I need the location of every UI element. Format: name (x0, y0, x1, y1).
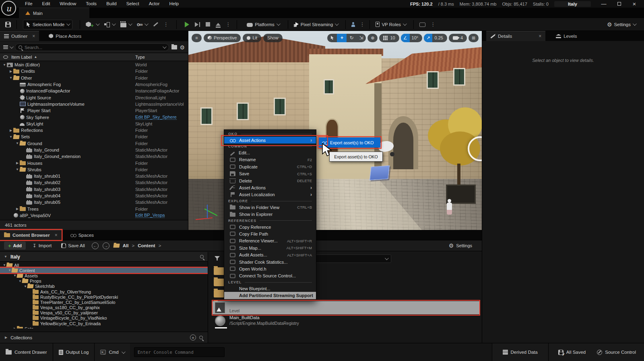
menu-item-copy-file-path[interactable]: Copy File Path (224, 230, 316, 237)
blueprints-dropdown[interactable] (101, 20, 118, 29)
outliner-row[interactable]: ▶HousesFolder (0, 160, 188, 166)
add-button[interactable]: +Add (4, 242, 26, 250)
import-button[interactable]: ↧Import (30, 241, 54, 250)
outliner-row[interactable]: ▶TreesFolder (0, 206, 188, 212)
folder-tree-row[interactable]: ▼Props (0, 279, 208, 284)
outliner-row[interactable]: ▼GroundFolder (0, 140, 188, 147)
outliner-row[interactable]: Atmospheric FogAtmosphericFog (0, 81, 188, 88)
folder-tree-row[interactable]: ▼Assets (0, 273, 208, 278)
minimize-button[interactable]: — (601, 2, 606, 6)
outliner-row[interactable]: ▼SetsFolder (0, 133, 188, 140)
asset-folder-icon[interactable] (214, 279, 224, 286)
rotate-tool[interactable]: ↻ (347, 34, 356, 42)
eye-icon[interactable] (3, 55, 8, 59)
outliner-row[interactable]: ▶ReflectionsFolder (0, 127, 188, 133)
outliner-row[interactable]: ▼OtherFolder (0, 75, 188, 81)
outliner-row[interactable]: Italy_shrub04StaticMeshActor (0, 193, 188, 199)
console-command-input[interactable]: Enter Console Command (134, 347, 225, 357)
tab-outliner[interactable]: Outliner × (0, 31, 39, 41)
search-icon[interactable] (200, 255, 204, 258)
scale-tool[interactable]: ⇲ (356, 34, 366, 42)
menu-item-duplicate[interactable]: DuplicateCTRL+D (224, 163, 316, 170)
scale-snap-toggle[interactable]: ↗0.25 (424, 34, 447, 42)
filter-icon[interactable] (3, 45, 8, 49)
search-collections-icon[interactable] (199, 336, 203, 339)
folder-tree-row[interactable]: ▼All (0, 263, 208, 268)
play-options-menu[interactable]: ⋮ (223, 21, 233, 27)
menu-item-asset-actions[interactable]: Asset Actions› (224, 184, 316, 191)
collapse-icon[interactable]: ▼ (2, 63, 6, 67)
select-tool[interactable] (327, 34, 337, 42)
outliner-row[interactable]: Light SourceDirectionalLight (0, 94, 188, 101)
outliner-row[interactable]: Italy_shrub02StaticMeshActor (0, 179, 188, 186)
menu-item-size-map[interactable]: Size Map...ALT+SHIFT+M (224, 244, 316, 251)
filter-funnel-icon[interactable] (215, 256, 220, 260)
back-button[interactable]: ← (92, 242, 99, 249)
menu-help[interactable]: Help (165, 0, 184, 8)
outliner-row[interactable]: Sky SphereEdit BP_Sky_Sphere (0, 114, 188, 120)
output-log-button[interactable]: Output Log (53, 343, 95, 361)
toolbar-overflow-menu[interactable]: ⋮ (161, 21, 171, 27)
folder-tree-row[interactable]: VintageBicycle_CC_by_VladNeko (0, 316, 208, 321)
content-browser-settings-button[interactable]: ⚙ Settings (449, 243, 478, 248)
outliner-row[interactable]: ▶CreditsFolder (0, 68, 188, 74)
outliner-row[interactable]: ▼Main (Editor)World (0, 62, 188, 68)
stop-button[interactable] (203, 20, 213, 29)
settings-dropdown[interactable]: ⚙ Settings (604, 20, 638, 29)
outliner-row[interactable]: LightmassImportanceVolumeLightmassImport… (0, 101, 188, 107)
col-type[interactable]: Type (135, 55, 145, 59)
tab-main-level[interactable]: Main (19, 8, 89, 18)
menu-item-shader-cook-statistics[interactable]: Shader Cook Statistics... (224, 258, 316, 265)
create-folder-icon[interactable] (171, 45, 177, 49)
menu-item-edit[interactable]: Edit... (224, 149, 316, 156)
tab-place-actors[interactable]: Place Actors (45, 31, 85, 41)
search-options-chevron[interactable] (163, 45, 167, 49)
maximize-viewport-button[interactable]: ⊞ (469, 34, 479, 42)
derived-data-button[interactable]: Derived Data (492, 343, 549, 361)
menu-item-asset-localization[interactable]: Asset Localization› (224, 191, 316, 198)
col-item-label[interactable]: Item Label (11, 55, 32, 59)
folder-tree-row[interactable]: RustyBicycle_CC_by_PiotrPjotDyderski (0, 294, 208, 299)
source-control-button[interactable]: Source Control (591, 343, 644, 361)
eject-button[interactable] (213, 20, 223, 29)
tab-levels[interactable]: Levels (552, 31, 581, 41)
outliner-row[interactable]: Italy_GroundStaticMeshActor (0, 147, 188, 153)
viewport-options-menu[interactable]: ≡ (192, 34, 202, 42)
outliner-row[interactable]: Italy_shrub03StaticMeshActor (0, 186, 188, 193)
menu-item-reference-viewer[interactable]: Reference Viewer...ALT+SHIFT+R (224, 238, 316, 244)
scene-selected-actor[interactable] (369, 165, 390, 180)
outliner-settings-icon[interactable]: ⚙ (180, 45, 185, 50)
asset-view-dropdown[interactable] (306, 254, 391, 263)
outliner-row[interactable]: Italy_shrub05StaticMeshActor (0, 199, 188, 205)
filter-chevron-icon[interactable] (10, 45, 14, 49)
expand-icon[interactable]: ▶ (15, 161, 19, 165)
folder-tree-row[interactable]: ▶Sets (0, 326, 208, 328)
folder-tree-row[interactable]: Vespa_ss180_CC_by_graphix (0, 305, 208, 310)
oko-dropdown[interactable]: o∞ (134, 20, 150, 29)
all-saved-indicator[interactable]: ✓All Saved (549, 343, 592, 361)
menu-item-asset-actions[interactable]: Asset Actions› (224, 137, 316, 144)
outliner-row[interactable]: Player StartPlayerStart (0, 107, 188, 114)
camera-speed-control[interactable]: 4 (449, 34, 467, 42)
grid-snap-toggle[interactable]: 10 (379, 34, 399, 42)
menu-item-copy-reference[interactable]: Copy Reference (224, 224, 316, 230)
menu-item-add-partitioned-streaming-support[interactable]: Add Partitioned Streaming Support (224, 292, 316, 299)
menu-item-delete[interactable]: DeleteDELETE (224, 177, 316, 184)
actor-type-link[interactable]: Edit BP_Vespa (135, 213, 165, 218)
menu-item-save[interactable]: SaveCTRL+S (224, 170, 316, 177)
expand-icon[interactable]: ▶ (15, 207, 19, 211)
forward-button[interactable]: → (103, 242, 109, 249)
collapse-icon[interactable]: ▼ (15, 168, 19, 171)
menu-item-new-blueprint[interactable]: New Blueprint... (224, 285, 316, 292)
menu-item-show-in-folder-view[interactable]: Show in Folder ViewCTRL+B (224, 204, 316, 211)
view-mode-dropdown[interactable]: Lit (243, 34, 261, 42)
pixel-streaming-dropdown[interactable]: Pixel Streaming (291, 20, 341, 29)
collapse-icon[interactable]: ▼ (9, 135, 13, 139)
breadcrumb-content[interactable]: Content (138, 243, 155, 248)
cmd-dropdown[interactable]: >_Cmd (95, 343, 130, 361)
folder-tree-row[interactable]: Vespa_v50_CC_by_yailjinser (0, 310, 208, 316)
folder-tree-row[interactable]: Axis_CC_by_OliverYeung (0, 289, 208, 294)
outliner-search-input[interactable]: Search... (15, 43, 169, 51)
move-tool[interactable]: + (337, 34, 347, 42)
save-all-button[interactable]: Save All (58, 241, 88, 250)
